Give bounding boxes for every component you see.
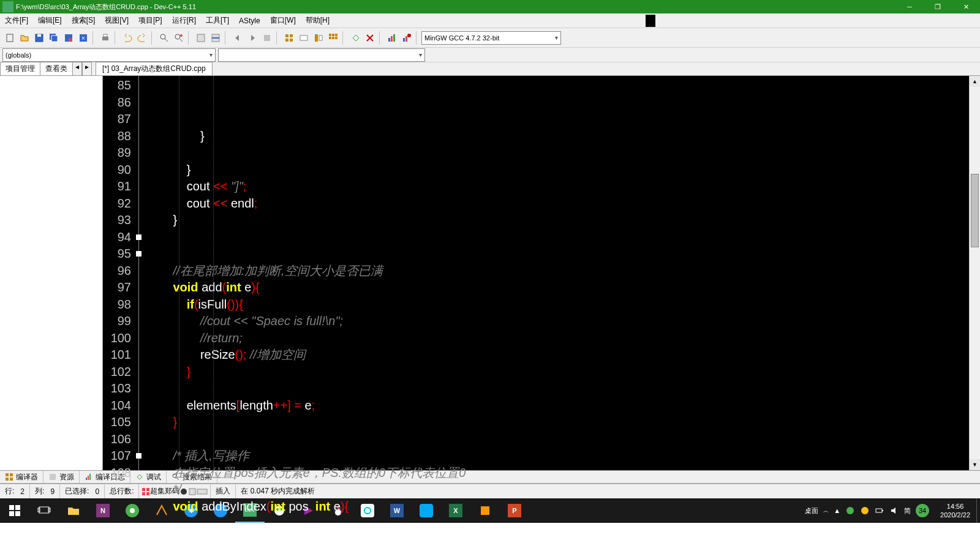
tray-icon-1[interactable]: ▲ — [834, 507, 840, 514]
toggle-bookmark-button[interactable] — [194, 31, 208, 45]
close-file-button[interactable]: × — [77, 31, 90, 45]
svg-rect-59 — [39, 507, 49, 513]
stop-button[interactable] — [260, 31, 274, 45]
menu-tools[interactable]: 工具[T] — [201, 15, 234, 26]
menu-search[interactable]: 搜索[S] — [67, 15, 100, 26]
menu-help[interactable]: 帮助[H] — [301, 15, 334, 26]
profile-delete-button[interactable] — [400, 31, 413, 45]
minimize-button[interactable]: ─ — [895, 0, 924, 13]
menu-run[interactable]: 运行[R] — [167, 15, 201, 26]
task-chrome[interactable] — [118, 498, 147, 523]
run-button[interactable] — [297, 31, 311, 45]
project-panel[interactable] — [0, 76, 103, 470]
show-desktop-button[interactable] — [976, 498, 980, 523]
close-button[interactable]: ✕ — [952, 0, 980, 13]
vertical-scrollbar[interactable]: ▲ ▼ — [969, 76, 980, 470]
scroll-thumb[interactable] — [971, 174, 979, 247]
svg-rect-15 — [197, 34, 205, 42]
scope-combo[interactable]: (globals) — [2, 48, 216, 62]
svg-rect-20 — [290, 34, 293, 37]
debug-button[interactable] — [349, 31, 362, 45]
window-title: F:\ywm\DS\src\03_Array动态数组CRUD.cpp - Dev… — [16, 2, 895, 12]
status-col: 列: 9 — [30, 484, 60, 498]
svg-rect-50 — [142, 492, 145, 495]
saveall-button[interactable] — [47, 31, 61, 45]
tray-battery-icon[interactable] — [875, 506, 884, 515]
sidetab-next[interactable]: ▸ — [82, 62, 92, 75]
undo-button[interactable] — [121, 31, 134, 45]
svg-point-69 — [846, 507, 854, 514]
start-button[interactable] — [0, 498, 29, 523]
stop-debug-button[interactable] — [363, 31, 377, 45]
goto-bookmark-button[interactable] — [209, 31, 222, 45]
svg-point-37 — [407, 34, 411, 37]
tray-badge[interactable]: 34 — [916, 504, 929, 517]
open-button[interactable] — [18, 31, 31, 45]
toolbar-row2: (globals) — [0, 48, 980, 62]
app-icon — [2, 1, 13, 12]
btmtab-compiler[interactable]: 编译器 — [0, 471, 43, 483]
svg-rect-57 — [9, 511, 14, 516]
svg-rect-43 — [86, 478, 87, 480]
fold-column[interactable] — [135, 76, 143, 470]
code-area[interactable]: } } cout << "]"; cout << endl; } //在尾部增加… — [143, 76, 833, 470]
sidetab-classes[interactable]: 查看类 — [40, 62, 73, 75]
save-button[interactable] — [32, 31, 46, 45]
tray-icon-2[interactable] — [845, 506, 855, 515]
svg-rect-72 — [882, 510, 883, 511]
menu-window[interactable]: 窗口[W] — [265, 15, 301, 26]
task-explorer[interactable] — [59, 498, 88, 523]
task-onenote[interactable]: N — [88, 498, 118, 523]
scroll-up-arrow[interactable]: ▲ — [970, 76, 980, 87]
svg-rect-4 — [51, 36, 58, 42]
status-total: 总行数: — [105, 484, 139, 498]
compile-run-button[interactable] — [312, 31, 325, 45]
svg-rect-21 — [285, 39, 288, 42]
menu-file[interactable]: 文件[F] — [0, 15, 33, 26]
text-cursor — [646, 15, 655, 27]
sidetab-prev[interactable]: ◂ — [72, 62, 82, 75]
compiler-combo[interactable]: MinGW GCC 4.7.2 32-bit — [421, 31, 561, 45]
goto-prev-button[interactable] — [231, 31, 244, 45]
svg-rect-48 — [142, 488, 145, 491]
tray-icon-3[interactable] — [860, 506, 870, 515]
svg-rect-56 — [15, 505, 20, 510]
svg-point-14 — [180, 34, 183, 37]
svg-rect-58 — [15, 511, 20, 516]
new-button[interactable] — [3, 31, 17, 45]
tabs-row: 项目管理 查看类 ◂ ▸ [*] 03_Array动态数组CRUD.cpp — [0, 62, 980, 76]
file-tab[interactable]: [*] 03_Array动态数组CRUD.cpp — [96, 62, 213, 75]
print-button[interactable] — [99, 31, 112, 45]
replace-button[interactable] — [172, 31, 186, 45]
tray-volume-icon[interactable] — [889, 506, 899, 515]
taskview-button[interactable] — [29, 498, 59, 523]
svg-rect-2 — [37, 34, 41, 37]
svg-rect-35 — [403, 38, 405, 42]
editor[interactable]: 8586878889909192939495969798991001011021… — [103, 76, 980, 470]
profile-button[interactable] — [385, 31, 399, 45]
rebuild-button[interactable] — [326, 31, 340, 45]
svg-rect-45 — [89, 474, 91, 480]
tray-ime[interactable]: 简 — [904, 506, 911, 515]
taskbar-clock[interactable]: 14:56 2020/2/22 — [934, 502, 976, 519]
saveas-button[interactable] — [62, 31, 75, 45]
goto-next-button[interactable] — [246, 31, 259, 45]
svg-rect-29 — [329, 37, 331, 39]
scroll-down-arrow[interactable]: ▼ — [970, 459, 980, 470]
svg-rect-34 — [393, 34, 395, 42]
svg-text:×: × — [81, 35, 85, 42]
menu-edit[interactable]: 编辑[E] — [33, 15, 67, 26]
status-sel: 已选择: 0 — [60, 484, 105, 498]
menu-project[interactable]: 项目[P] — [134, 15, 167, 26]
btmtab-resources[interactable]: 资源 — [43, 471, 80, 483]
maximize-button[interactable]: ❐ — [924, 0, 952, 13]
svg-rect-10 — [104, 34, 107, 37]
menu-astyle[interactable]: AStyle — [234, 17, 265, 25]
sidetab-project[interactable]: 项目管理 — [0, 62, 40, 75]
member-combo[interactable] — [218, 48, 425, 62]
redo-button[interactable] — [135, 31, 149, 45]
svg-rect-32 — [388, 38, 390, 42]
find-button[interactable] — [157, 31, 171, 45]
menu-view[interactable]: 视图[V] — [100, 15, 134, 26]
compile-button[interactable] — [282, 31, 296, 45]
